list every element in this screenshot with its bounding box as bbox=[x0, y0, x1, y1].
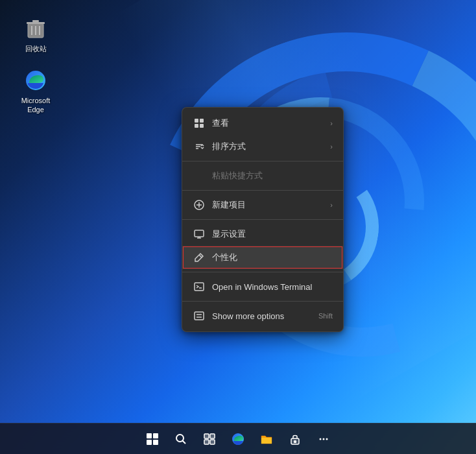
menu-label-new: 新建项目 bbox=[212, 199, 246, 211]
terminal-icon bbox=[193, 280, 206, 293]
svg-rect-7 bbox=[195, 119, 198, 123]
svg-point-35 bbox=[320, 438, 322, 440]
svg-rect-29 bbox=[210, 434, 215, 438]
svg-line-27 bbox=[183, 440, 186, 444]
taskbar-edge-button[interactable] bbox=[225, 426, 251, 452]
svg-point-34 bbox=[294, 440, 296, 442]
paste-shortcut-icon bbox=[193, 169, 206, 182]
search-icon bbox=[175, 433, 187, 445]
recycle-bin-image bbox=[23, 16, 49, 42]
menu-label-display: 显示设置 bbox=[212, 228, 246, 240]
taskbar-taskview-button[interactable] bbox=[196, 426, 222, 452]
taskbar-overflow-icon bbox=[318, 433, 329, 445]
context-menu: 查看 › 排序方式 › 粘贴快捷方式 bbox=[182, 107, 344, 332]
separator-3 bbox=[182, 219, 343, 220]
menu-label-sort: 排序方式 bbox=[212, 141, 246, 152]
taskview-icon bbox=[204, 433, 215, 445]
svg-rect-1 bbox=[27, 22, 45, 24]
menu-item-display[interactable]: 显示设置 bbox=[182, 222, 343, 246]
menu-item-more-options[interactable]: Show more options Shift bbox=[182, 304, 343, 328]
taskbar-explorer-button[interactable] bbox=[254, 426, 280, 452]
more-options-icon bbox=[193, 309, 206, 322]
svg-rect-2 bbox=[32, 20, 39, 22]
svg-rect-9 bbox=[195, 124, 198, 128]
menu-item-view[interactable]: 查看 › bbox=[182, 112, 343, 135]
taskbar-search-button[interactable] bbox=[168, 426, 194, 452]
taskbar-edge-icon bbox=[232, 433, 244, 446]
svg-rect-17 bbox=[195, 230, 204, 237]
separator-1 bbox=[182, 161, 343, 161]
windows-logo-icon bbox=[147, 433, 158, 445]
menu-item-personalize[interactable]: 个性化 bbox=[182, 246, 343, 269]
taskbar-start-button[interactable] bbox=[139, 426, 165, 452]
separator-5 bbox=[182, 301, 343, 302]
menu-label-more-options: Show more options bbox=[212, 311, 284, 321]
sort-icon bbox=[193, 140, 206, 153]
edge-image bbox=[23, 67, 49, 93]
taskbar-lock-button[interactable] bbox=[282, 426, 308, 452]
svg-point-37 bbox=[326, 438, 328, 440]
taskbar-lock-icon bbox=[289, 433, 301, 445]
new-icon bbox=[193, 198, 206, 211]
taskbar bbox=[0, 423, 476, 454]
edge-label: Microsoft Edge bbox=[16, 96, 56, 115]
svg-rect-23 bbox=[195, 312, 204, 320]
separator-2 bbox=[182, 190, 343, 191]
menu-item-paste-shortcut[interactable]: 粘贴快捷方式 bbox=[182, 164, 343, 187]
separator-4 bbox=[182, 272, 343, 272]
svg-rect-28 bbox=[204, 434, 209, 438]
menu-item-new[interactable]: 新建项目 › bbox=[182, 193, 343, 217]
svg-rect-30 bbox=[204, 440, 209, 444]
desktop: 回收站 Microsoft Edge bbox=[0, 0, 476, 454]
new-arrow: › bbox=[330, 201, 333, 209]
menu-label-personalize: 个性化 bbox=[212, 252, 237, 263]
edge-icon[interactable]: Microsoft Edge bbox=[13, 65, 58, 117]
svg-rect-31 bbox=[210, 440, 215, 444]
svg-line-20 bbox=[199, 255, 202, 257]
view-arrow: › bbox=[330, 119, 333, 127]
personalize-icon bbox=[193, 251, 206, 264]
recycle-bin-label: 回收站 bbox=[25, 44, 47, 53]
display-icon bbox=[193, 228, 206, 241]
recycle-bin-icon[interactable]: 回收站 bbox=[13, 13, 58, 56]
menu-item-terminal[interactable]: Open in Windows Terminal bbox=[182, 275, 343, 298]
svg-point-26 bbox=[176, 435, 184, 442]
menu-item-sort[interactable]: 排序方式 › bbox=[182, 135, 343, 158]
menu-label-paste-shortcut: 粘贴快捷方式 bbox=[212, 170, 263, 182]
taskbar-overflow-button[interactable] bbox=[311, 426, 337, 452]
svg-rect-10 bbox=[200, 124, 204, 128]
taskbar-explorer-icon bbox=[260, 433, 273, 446]
sort-arrow: › bbox=[330, 143, 333, 150]
svg-rect-8 bbox=[200, 119, 204, 123]
svg-point-36 bbox=[323, 438, 325, 440]
more-options-shortcut: Shift bbox=[318, 312, 333, 320]
menu-label-view: 查看 bbox=[212, 117, 229, 129]
menu-label-terminal: Open in Windows Terminal bbox=[212, 282, 312, 292]
view-icon bbox=[193, 117, 206, 130]
